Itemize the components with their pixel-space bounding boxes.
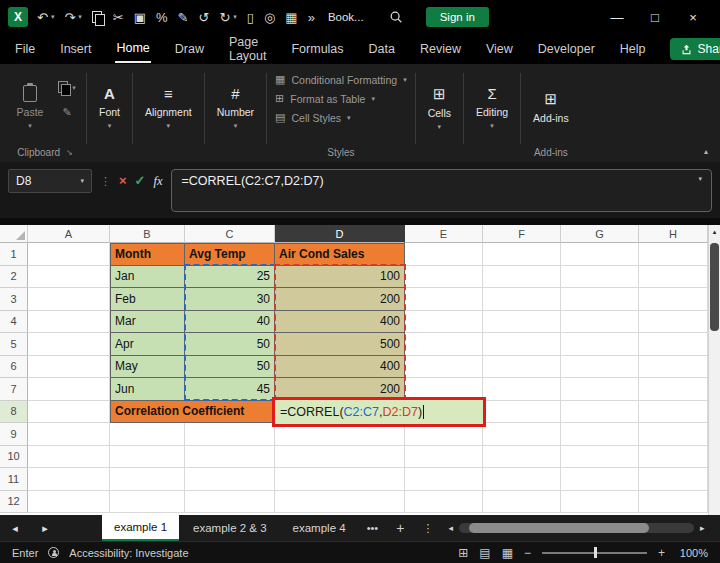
cell-E1[interactable] [405,243,483,266]
cell-styles-button[interactable]: ▤ Cell Styles▾ [275,111,407,124]
vertical-scrollbar[interactable]: ▴ [708,225,720,515]
tab-formulas[interactable]: Formulas [290,36,344,62]
undo-icon[interactable]: ↶ [37,10,48,25]
cell-F11[interactable] [483,468,561,491]
sheet-tab-example-4[interactable]: example 4 [281,515,358,541]
cell-H8[interactable] [639,401,708,424]
cell-H9[interactable] [639,423,708,446]
cell-B9[interactable] [110,423,185,446]
redo-arrow-dropdown-icon[interactable]: ▾ [233,13,237,21]
scroll-left-icon[interactable]: ◂ [448,523,453,533]
cell-G3[interactable] [561,288,639,311]
cell-F9[interactable] [483,423,561,446]
excel-app-icon[interactable]: X [8,7,28,27]
cut-icon[interactable]: ✂ [113,10,124,25]
cell-G4[interactable] [561,311,639,334]
formula-input[interactable]: =CORREL(C2:C7,D2:D7) ▾ [171,169,712,212]
cell-A2[interactable] [28,266,110,289]
cell-H3[interactable] [639,288,708,311]
cell-A10[interactable] [28,446,110,469]
row-header-3[interactable]: 3 [0,288,28,311]
row-header-11[interactable]: 11 [0,468,28,491]
tab-view[interactable]: View [485,36,514,62]
active-cell-D8-editor[interactable]: =CORREL(C2:C7,D2:D7) [272,397,486,427]
cell-F2[interactable] [483,266,561,289]
addins-button[interactable]: ⊞ Add-ins [525,69,577,145]
cell-F3[interactable] [483,288,561,311]
collapse-ribbon-icon[interactable]: ▴ [704,147,708,156]
cell-H11[interactable] [639,468,708,491]
cell-B6[interactable]: May [110,356,185,379]
cell-A3[interactable] [28,288,110,311]
cell-F1[interactable] [483,243,561,266]
cell-G12[interactable] [561,491,639,514]
cell-D10[interactable] [275,446,405,469]
row-header-8[interactable]: 8 [0,401,28,424]
format-painter-icon[interactable]: ✎ [178,10,189,25]
clipboard-dialog-launcher-icon[interactable]: ↘ [66,148,73,157]
cell-C2[interactable]: 25 [185,266,275,289]
scroll-right-icon[interactable]: ▸ [700,523,705,533]
cell-B10[interactable] [110,446,185,469]
cell-G2[interactable] [561,266,639,289]
percent-icon[interactable]: % [156,10,168,25]
row-header-4[interactable]: 4 [0,311,28,334]
camera-icon[interactable]: ◎ [264,10,275,25]
cell-H1[interactable] [639,243,708,266]
cell-A5[interactable] [28,333,110,356]
col-header-H[interactable]: H [639,225,708,243]
undo-arrow-icon[interactable]: ↺ [199,10,210,25]
cell-C11[interactable] [185,468,275,491]
select-all-corner[interactable] [0,225,28,243]
alignment-group-button[interactable]: ≡ Alignment ▾ [137,69,200,160]
cell-F8[interactable] [483,401,561,424]
cell-G11[interactable] [561,468,639,491]
col-header-E[interactable]: E [405,225,483,243]
row-header-6[interactable]: 6 [0,356,28,379]
new-sheet-icon[interactable]: + [387,515,413,541]
share-button[interactable]: Share [670,38,720,60]
cell-A12[interactable] [28,491,110,514]
cell-E11[interactable] [405,468,483,491]
cancel-icon[interactable]: × [119,169,127,193]
expand-formula-bar-icon[interactable]: ▾ [698,175,702,183]
editing-group-button[interactable]: Σ Editing ▾ [468,69,516,160]
row-header-12[interactable]: 12 [0,491,28,514]
cell-D4[interactable]: 400 [275,311,405,334]
enter-icon[interactable]: ✓ [135,169,146,193]
cell-B3[interactable]: Feb [110,288,185,311]
sheet-nav-left-icon[interactable]: ◂ [0,515,30,541]
cell-A9[interactable] [28,423,110,446]
cell-H10[interactable] [639,446,708,469]
cell-C12[interactable] [185,491,275,514]
cell-F4[interactable] [483,311,561,334]
cell-D2[interactable]: 100 [275,266,405,289]
redo-dropdown-icon[interactable]: ▾ [78,13,82,21]
cell-H7[interactable] [639,378,708,401]
sheet-options-icon[interactable]: ⋮ [413,515,442,541]
conditional-formatting-button[interactable]: ▦ Conditional Formatting▾ [275,73,407,86]
row-header-1[interactable]: 1 [0,243,28,266]
cell-D12[interactable] [275,491,405,514]
zoom-slider[interactable] [542,552,647,554]
cell-A1[interactable] [28,243,110,266]
zoom-out-icon[interactable]: − [524,546,531,560]
cell-D6[interactable]: 400 [275,356,405,379]
row-header-5[interactable]: 5 [0,333,28,356]
col-header-F[interactable]: F [483,225,561,243]
cell-G9[interactable] [561,423,639,446]
tab-help[interactable]: Help [619,36,647,62]
cell-C1[interactable]: Avg Temp [185,243,275,266]
table-icon[interactable]: ▦ [285,10,297,25]
cell-E3[interactable] [405,288,483,311]
tab-page-layout[interactable]: Page Layout [228,29,268,69]
page-layout-view-icon[interactable]: ▤ [479,546,490,560]
cell-F6[interactable] [483,356,561,379]
cell-A6[interactable] [28,356,110,379]
cell-C5[interactable]: 50 [185,333,275,356]
horizontal-scrollbar-thumb[interactable] [469,523,649,533]
cell-E5[interactable] [405,333,483,356]
zoom-in-icon[interactable]: + [658,546,665,560]
close-button[interactable]: × [674,10,712,25]
number-group-button[interactable]: # Number ▾ [209,69,262,160]
